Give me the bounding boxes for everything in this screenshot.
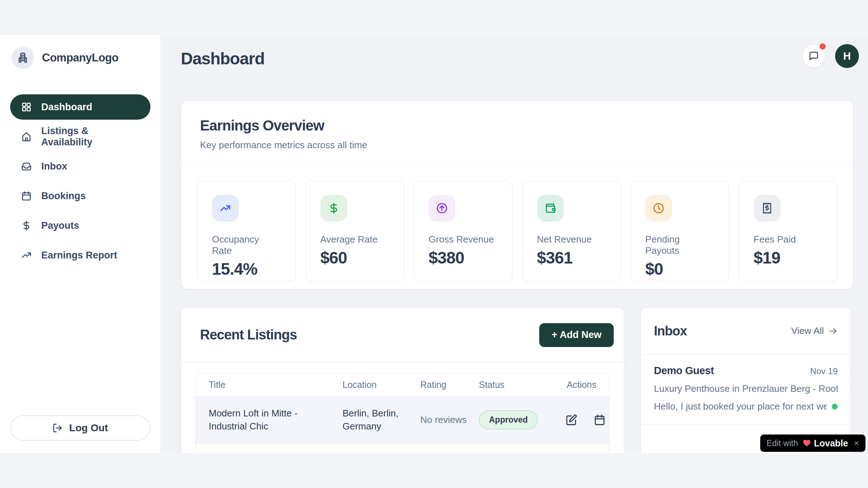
home-icon — [21, 131, 32, 142]
earnings-title: Earnings Overview — [200, 117, 834, 134]
trending-up-icon — [212, 195, 239, 222]
view-all-label: View All — [791, 325, 824, 337]
sidebar-item-label: Earnings Report — [41, 250, 117, 261]
clock-icon — [645, 195, 672, 222]
metric-card-gross-revenue: Gross Revenue $380 — [414, 181, 512, 281]
edit-icon[interactable] — [565, 414, 578, 427]
metric-card-net-revenue: Net Revenue $361 — [522, 181, 621, 281]
metric-label: Average Rate — [320, 234, 390, 245]
sidebar-item-bookings[interactable]: Bookings — [10, 183, 150, 209]
metric-value: $19 — [754, 248, 823, 267]
sidebar-item-inbox[interactable]: Inbox — [10, 154, 150, 179]
metric-value: $0 — [645, 259, 714, 279]
message-preview: Hello, I just booked your place for next… — [654, 401, 827, 412]
logo: CompanyLogo — [12, 47, 150, 69]
log-out-button[interactable]: Log Out — [10, 415, 150, 441]
message-sender: Demo Guest — [654, 365, 714, 377]
metric-label: Pending Payouts — [645, 234, 714, 256]
table-row[interactable]: Modern Loft in Mitte - Industrial Chic B… — [196, 397, 609, 443]
listing-rating: No reviews — [420, 414, 479, 426]
listing-status: Approved — [479, 410, 565, 429]
recent-listings-card: Recent Listings + Add New Title Location… — [181, 307, 624, 453]
grid-icon — [21, 102, 32, 112]
sidebar-item-payouts[interactable]: Payouts — [10, 213, 150, 238]
earnings-subtitle: Key performance metrics across all time — [200, 140, 834, 151]
unread-dot — [832, 404, 838, 410]
sidebar-item-label: Listings & Availability — [41, 125, 140, 148]
status-badge: Approved — [479, 410, 538, 429]
lovable-brand-label: Lovable — [814, 438, 848, 449]
sidebar: CompanyLogo Dashboard — [0, 35, 161, 453]
circle-arrow-up-icon — [429, 195, 455, 222]
sidebar-item-label: Payouts — [41, 220, 79, 231]
listing-title: Modern Loft in Mitte - Industrial Chic — [209, 407, 342, 432]
trending-up-icon — [21, 250, 32, 261]
sidebar-item-dashboard[interactable]: Dashboard — [10, 94, 150, 120]
avatar[interactable]: H — [835, 44, 859, 68]
metric-value: $60 — [320, 248, 390, 267]
metric-card-pending-payouts: Pending Payouts $0 — [630, 181, 729, 281]
inbox-message[interactable]: Demo Guest Nov 19 Luxury Penthouse in Pr… — [641, 355, 851, 425]
listing-actions — [565, 414, 606, 427]
metric-value: $361 — [537, 248, 606, 267]
view-all-button[interactable]: View All — [791, 325, 838, 337]
metric-card-fees-paid: Fees Paid $19 — [739, 181, 838, 281]
chat-bubble-icon — [809, 51, 819, 61]
sidebar-item-earnings-report[interactable]: Earnings Report — [10, 243, 150, 268]
page-title: Dashboard — [181, 49, 264, 68]
header-actions: H — [803, 44, 859, 68]
metric-value: 15.4% — [212, 259, 281, 279]
dollar-icon — [21, 220, 32, 231]
calendar-icon — [21, 191, 32, 201]
log-out-label: Log Out — [69, 422, 108, 434]
message-date: Nov 19 — [810, 366, 838, 376]
sidebar-item-label: Inbox — [41, 161, 67, 172]
metrics-row: Occupancy Rate 15.4% Average Rate $60 — [181, 165, 853, 297]
lovable-prefix: Edit with — [767, 438, 798, 448]
earnings-header: Earnings Overview Key performance metric… — [181, 101, 853, 165]
building-icon — [12, 47, 34, 69]
column-header-actions: Actions — [565, 380, 596, 390]
sidebar-item-listings[interactable]: Listings & Availability — [10, 124, 150, 149]
logout-icon — [52, 423, 63, 433]
metric-label: Net Revenue — [537, 234, 606, 245]
table-header-row: Title Location Rating Status Actions — [196, 373, 609, 397]
listings-table: Title Location Rating Status Actions Mod… — [196, 373, 609, 453]
metric-label: Occupancy Rate — [212, 234, 281, 256]
recent-listings-title: Recent Listings — [200, 327, 297, 343]
earnings-overview-card: Earnings Overview Key performance metric… — [181, 100, 854, 289]
column-header-location: Location — [342, 380, 420, 390]
add-new-button[interactable]: + Add New — [539, 323, 614, 347]
metric-label: Fees Paid — [754, 234, 823, 245]
calendar-icon[interactable] — [593, 414, 606, 427]
metric-card-occupancy-rate: Occupancy Rate 15.4% — [197, 181, 296, 281]
receipt-icon — [754, 195, 780, 222]
close-icon[interactable]: × — [854, 439, 859, 448]
heart-icon — [803, 439, 811, 448]
column-header-rating: Rating — [420, 380, 479, 390]
app-window: CompanyLogo Dashboard — [0, 35, 868, 453]
inbox-title: Inbox — [654, 324, 687, 339]
sidebar-nav: Dashboard Listings & Availability — [10, 94, 150, 268]
inbox-card: Inbox View All Demo Guest Nov 19 Luxury … — [641, 307, 851, 453]
notification-dot — [820, 43, 826, 50]
listing-location: Berlin, Berlin, Germany — [342, 407, 420, 432]
wallet-icon — [537, 195, 564, 222]
recent-listings-header: Recent Listings + Add New — [181, 308, 624, 363]
metric-card-average-rate: Average Rate $60 — [306, 181, 404, 281]
chat-button[interactable] — [803, 45, 825, 67]
message-subject: Luxury Penthouse in Prenzlauer Berg - Ro… — [654, 383, 838, 394]
edit-with-lovable-badge[interactable]: Edit with Lovable × — [760, 435, 865, 452]
column-header-title: Title — [209, 380, 342, 390]
metric-value: $380 — [429, 248, 498, 267]
arrow-right-icon — [828, 326, 838, 336]
sidebar-item-label: Bookings — [41, 191, 86, 202]
sidebar-item-label: Dashboard — [41, 102, 92, 113]
inbox-tray-icon — [21, 161, 32, 172]
table-row-partial — [196, 443, 609, 453]
metric-label: Gross Revenue — [429, 234, 498, 245]
main-content: Dashboard H Earnings Overview Key perfor… — [161, 35, 868, 453]
column-header-status: Status — [479, 380, 565, 390]
dollar-icon — [320, 195, 347, 222]
logo-text: CompanyLogo — [42, 51, 119, 64]
